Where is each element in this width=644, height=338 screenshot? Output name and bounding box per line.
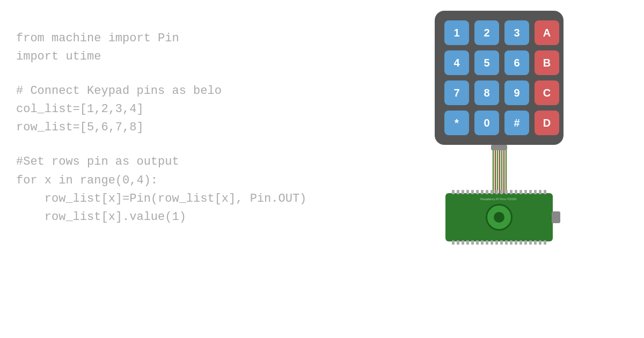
pin [481, 240, 484, 245]
pin [452, 240, 455, 245]
key-C: C [535, 80, 559, 105]
pin [471, 240, 474, 245]
pin [491, 190, 493, 194]
pin [476, 190, 479, 194]
key-hash: # [504, 111, 529, 135]
pin [462, 240, 464, 245]
pin [524, 190, 527, 194]
key-7: 7 [444, 80, 469, 105]
pin [505, 240, 508, 245]
code-line: row_list=[5,6,7,8] [16, 119, 252, 137]
pin [495, 190, 498, 194]
keypad-body: 1 2 3 A 4 5 6 B 7 8 9 C * 0 # D [435, 11, 564, 145]
pin [529, 240, 532, 245]
pin [457, 190, 459, 194]
key-3: 3 [504, 20, 529, 45]
pin [505, 190, 508, 194]
pin [500, 190, 503, 194]
code-block-3: #Set rows pin as output for x in range(0… [16, 153, 252, 226]
pin [481, 190, 484, 194]
code-line: import utime [16, 48, 252, 66]
ribbon-cable [483, 145, 515, 193]
key-4: 4 [444, 50, 469, 75]
key-5: 5 [474, 50, 499, 75]
code-line: from machine import Pin [16, 30, 252, 48]
pin [519, 190, 522, 194]
key-0: 0 [474, 111, 499, 135]
pin [544, 190, 546, 194]
keypad-grid: 1 2 3 A 4 5 6 B 7 8 9 C * 0 # D [444, 20, 554, 135]
code-line: # Connect Keypad pins as belo [16, 82, 252, 100]
key-8: 8 [474, 80, 499, 105]
pin [495, 240, 498, 245]
pico-top-pins [451, 190, 547, 194]
pin [515, 240, 517, 245]
key-star: * [444, 111, 469, 135]
pin [452, 190, 455, 194]
pin [524, 240, 527, 245]
key-9: 9 [504, 80, 529, 105]
pin [491, 240, 493, 245]
code-block-2: # Connect Keypad pins as belo col_list=[… [16, 82, 252, 137]
pin [486, 190, 488, 194]
code-line: for x in range(0,4): [16, 172, 252, 190]
pin [544, 240, 546, 245]
key-B: B [535, 50, 559, 75]
key-1: 1 [444, 20, 469, 45]
pin [462, 190, 464, 194]
code-line: row_list[x]=Pin(row_list[x], Pin.OUT) [16, 190, 252, 208]
ribbon-svg [483, 145, 515, 193]
pin [510, 190, 513, 194]
pin [529, 190, 532, 194]
pin [476, 240, 479, 245]
key-D: D [535, 111, 559, 135]
raspberry-pi-pico: Raspberry Pi Pico ©2020 [445, 193, 553, 241]
pin [539, 240, 541, 245]
code-line: row_list[x].value(1) [16, 208, 252, 226]
pin [466, 190, 469, 194]
pico-label: Raspberry Pi Pico ©2020 [480, 197, 516, 201]
key-A: A [535, 20, 559, 45]
pin [519, 240, 522, 245]
pin [515, 190, 517, 194]
pin [457, 240, 459, 245]
svg-rect-0 [491, 145, 507, 150]
pico-bottom-pins [451, 240, 547, 245]
pin [534, 190, 537, 194]
pin [539, 190, 541, 194]
pin [471, 190, 474, 194]
code-section: from machine import Pin import utime # C… [16, 30, 252, 243]
pin [534, 240, 537, 245]
key-6: 6 [504, 50, 529, 75]
pin [486, 240, 488, 245]
code-block-1: from machine import Pin import utime [16, 30, 252, 66]
pin [500, 240, 503, 245]
pin [466, 240, 469, 245]
pico-logo [486, 204, 513, 231]
pin [510, 240, 513, 245]
code-line: #Set rows pin as output [16, 153, 252, 171]
keypad-illustration: 1 2 3 A 4 5 6 B 7 8 9 C * 0 # D [435, 11, 564, 241]
code-line: col_list=[1,2,3,4] [16, 100, 252, 119]
key-2: 2 [474, 20, 499, 45]
pico-usb-port [552, 211, 560, 223]
